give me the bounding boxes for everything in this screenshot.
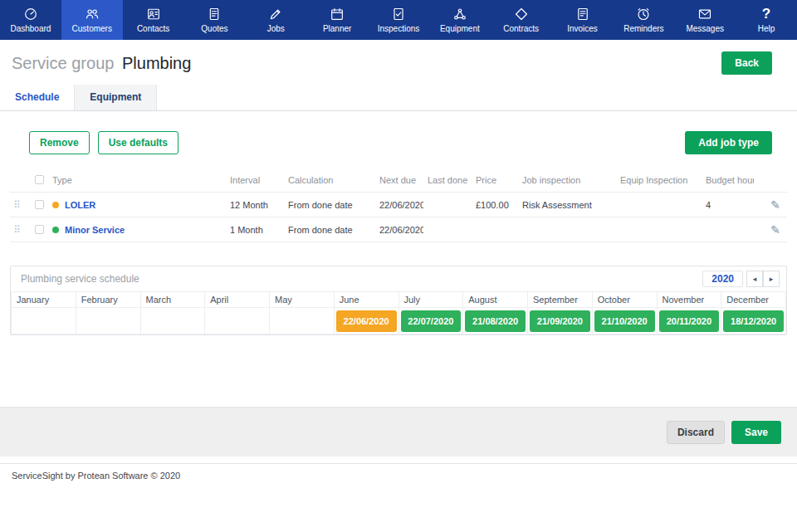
cell-calculation: From done date — [284, 225, 375, 235]
drag-handle-icon[interactable]: ⠿ — [10, 224, 30, 236]
nav-item-planner[interactable]: Planner — [306, 0, 368, 40]
cell-next-due: 22/06/2020 — [375, 225, 423, 235]
cell-interval: 1 Month — [226, 225, 284, 235]
invoices-icon — [575, 7, 590, 22]
calendar-cell — [12, 308, 76, 334]
nav-item-jobs[interactable]: Jobs — [245, 0, 306, 40]
customers-icon — [85, 7, 100, 22]
header-calculation: Calculation — [284, 175, 375, 185]
schedule-date-button[interactable]: 21/09/2020 — [530, 310, 590, 332]
nav-item-inspections[interactable]: Inspections — [368, 0, 429, 40]
tab-equipment[interactable]: Equipment — [75, 85, 157, 110]
save-bar: Discard Save — [0, 407, 797, 456]
calendar-cell: 21/08/2020 — [463, 308, 528, 334]
next-year-button[interactable]: ▸ — [763, 271, 780, 287]
service-schedule-panel: Plumbing service schedule 2020 ◂ ▸ Janua… — [10, 266, 787, 335]
calendar-cell: 18/12/2020 — [721, 308, 786, 334]
save-button[interactable]: Save — [731, 421, 781, 444]
nav-item-dashboard[interactable]: Dashboard — [0, 0, 61, 40]
calendar-cell — [76, 308, 140, 334]
page-title-name: Plumbing — [122, 54, 191, 72]
tab-equipment-label: Equipment — [90, 91, 141, 103]
header-price: Price — [472, 175, 518, 185]
nav-item-label: Dashboard — [10, 24, 51, 33]
schedule-date-button[interactable]: 21/08/2020 — [465, 310, 526, 332]
add-job-type-button[interactable]: Add job type — [685, 131, 772, 154]
row-checkbox[interactable] — [35, 225, 44, 234]
status-dot — [52, 227, 59, 233]
year-pager: ◂ ▸ — [746, 271, 780, 287]
calendar-cell: 21/10/2020 — [592, 308, 657, 334]
schedule-date-button[interactable]: 22/07/2020 — [401, 310, 462, 332]
quotes-icon — [207, 7, 222, 22]
calendar-cell: 21/09/2020 — [528, 308, 593, 334]
nav-item-messages[interactable]: Messages — [674, 0, 736, 40]
edit-pencil-icon[interactable]: ✎ — [770, 223, 780, 237]
back-button[interactable]: Back — [721, 51, 772, 75]
nav-item-label: Contracts — [503, 24, 539, 33]
nav-item-label: Equipment — [440, 24, 480, 33]
cell-interval: 12 Month — [226, 200, 284, 210]
cell-type: LOLER — [48, 200, 226, 210]
nav-item-label: Quotes — [201, 24, 227, 33]
cell-type: Minor Service — [48, 225, 226, 235]
month-header: February — [76, 292, 140, 308]
nav-item-contracts[interactable]: Contracts — [491, 0, 552, 40]
month-header: September — [528, 292, 593, 308]
schedule-date-button[interactable]: 21/10/2020 — [594, 310, 655, 332]
nav-item-reminders[interactable]: Reminders — [613, 0, 674, 40]
status-dot — [52, 202, 59, 208]
tab-bar: Schedule Equipment — [0, 85, 797, 111]
schedule-date-button[interactable]: 22/06/2020 — [336, 310, 397, 332]
table-header-row: Type Interval Calculation Next due Last … — [10, 168, 787, 193]
tab-schedule[interactable]: Schedule — [0, 85, 75, 110]
contacts-icon — [146, 7, 161, 22]
schedule-date-button[interactable]: 20/11/2020 — [659, 310, 720, 332]
month-header: April — [205, 292, 270, 308]
month-header: May — [270, 292, 335, 308]
page-footer: ServiceSight by Protean Software © 2020 — [0, 463, 797, 487]
messages-icon — [697, 7, 712, 22]
header-type: Type — [48, 175, 226, 185]
page-title-prefix: Service group — [12, 54, 114, 72]
page-header: Service group Plumbing Back — [0, 40, 797, 85]
copyright-text: ServiceSight by Protean Software © 2020 — [12, 471, 180, 481]
select-all-checkbox[interactable] — [35, 175, 44, 184]
header-next-due: Next due — [375, 175, 423, 185]
edit-pencil-icon[interactable]: ✎ — [770, 198, 780, 212]
cell-edit: ✎ — [754, 223, 787, 237]
cell-price: £100.00 — [472, 200, 518, 210]
nav-item-contacts[interactable]: Contacts — [123, 0, 184, 40]
nav-item-equipment[interactable]: Equipment — [429, 0, 491, 40]
calendar-cell: 20/11/2020 — [657, 308, 721, 334]
drag-handle-icon[interactable]: ⠿ — [10, 199, 30, 211]
schedule-date-button[interactable]: 18/12/2020 — [723, 310, 784, 332]
table-row: ⠿ Minor Service 1 Month From done date 2… — [10, 217, 787, 242]
year-label: 2020 — [702, 271, 743, 287]
inspections-icon — [391, 7, 406, 22]
cell-budget-hours: 4 — [702, 200, 754, 210]
use-defaults-button[interactable]: Use defaults — [98, 131, 178, 154]
nav-item-invoices[interactable]: Invoices — [552, 0, 614, 40]
nav-item-help[interactable]: ? Help — [736, 0, 797, 40]
job-type-link[interactable]: Minor Service — [65, 225, 125, 235]
header-interval: Interval — [226, 175, 284, 185]
nav-item-label: Customers — [72, 24, 112, 33]
month-header: November — [657, 292, 721, 308]
month-header: August — [463, 292, 528, 308]
panel-header: Plumbing service schedule 2020 ◂ ▸ — [11, 266, 786, 291]
nav-item-quotes[interactable]: Quotes — [184, 0, 246, 40]
calendar-cell — [140, 308, 205, 334]
nav-item-customers[interactable]: Customers — [61, 0, 123, 40]
job-type-link[interactable]: LOLER — [65, 200, 95, 210]
discard-button[interactable]: Discard — [667, 421, 725, 444]
calendar-cell: 22/07/2020 — [398, 308, 463, 334]
schedule-toolbar: Remove Use defaults Add job type — [0, 111, 797, 168]
cell-edit: ✎ — [754, 198, 787, 212]
planner-icon — [330, 7, 345, 22]
header-equip-inspection: Equip Inspection — [616, 175, 702, 185]
jobs-icon — [268, 7, 283, 22]
row-checkbox[interactable] — [35, 200, 44, 209]
prev-year-button[interactable]: ◂ — [746, 271, 763, 287]
remove-button[interactable]: Remove — [29, 131, 90, 154]
